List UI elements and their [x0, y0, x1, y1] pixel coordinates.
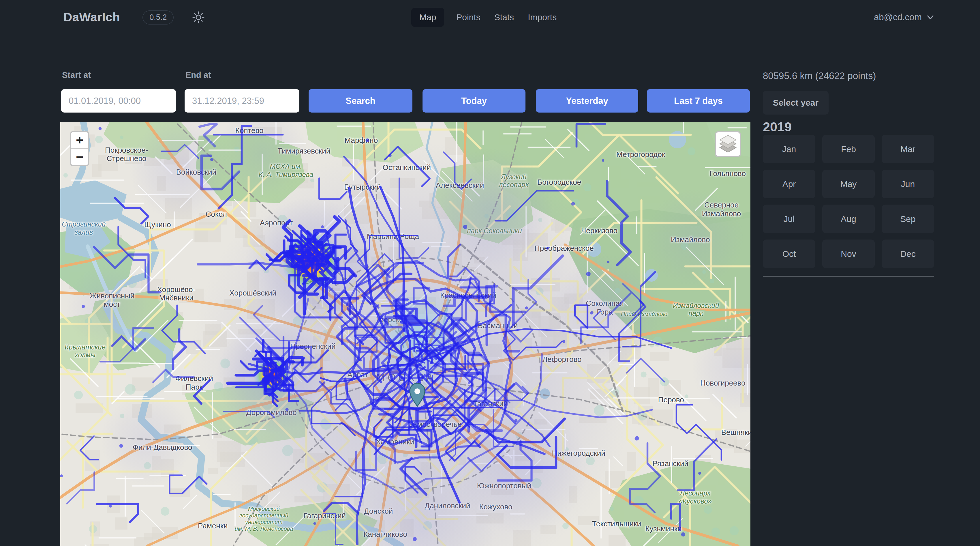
zoom-out-button[interactable]: −: [71, 149, 88, 165]
year-heading: 2019: [763, 120, 792, 134]
account-menu[interactable]: ab@cd.com: [874, 0, 934, 35]
start-at-input[interactable]: [61, 89, 176, 113]
month-button-sep[interactable]: Sep: [881, 204, 934, 233]
tab-stats[interactable]: Stats: [493, 8, 515, 27]
theme-toggle-button[interactable]: [191, 10, 205, 24]
tab-points[interactable]: Points: [455, 8, 482, 27]
last-7-days-button[interactable]: Last 7 days: [647, 89, 750, 113]
tab-imports[interactable]: Imports: [526, 8, 558, 27]
chevron-down-icon: [926, 13, 934, 21]
month-button-jun[interactable]: Jun: [881, 170, 934, 198]
layers-control-button[interactable]: [715, 131, 741, 157]
month-button-mar[interactable]: Mar: [881, 135, 934, 163]
month-button-may[interactable]: May: [822, 170, 875, 198]
map-tracks-heat-layer: [60, 122, 751, 546]
today-button[interactable]: Today: [423, 89, 525, 113]
select-year-button[interactable]: Select year: [763, 91, 829, 115]
navbar: DaWarIch 0.5.2 Map Points Stats Imports …: [0, 0, 980, 35]
start-at-label: Start at: [62, 70, 91, 80]
month-button-dec[interactable]: Dec: [881, 239, 934, 268]
yesterday-button[interactable]: Yesterday: [536, 89, 638, 113]
map-zoom-control: + −: [70, 131, 89, 166]
layers-icon: [716, 132, 740, 156]
month-button-aug[interactable]: Aug: [822, 204, 875, 233]
month-button-apr[interactable]: Apr: [763, 170, 815, 198]
month-grid: Jan Feb Mar Apr May Jun Jul Aug Sep Oct …: [763, 135, 934, 268]
account-email: ab@cd.com: [874, 12, 922, 22]
sun-icon: [192, 11, 205, 24]
month-button-jan[interactable]: Jan: [763, 135, 815, 163]
end-at-label: End at: [185, 70, 211, 80]
search-button[interactable]: Search: [309, 89, 412, 113]
distance-points-stats: 80595.6 km (24622 points): [763, 70, 876, 81]
month-button-feb[interactable]: Feb: [822, 135, 875, 163]
zoom-in-button[interactable]: +: [71, 132, 88, 149]
sidebar-divider: [763, 276, 934, 276]
month-button-nov[interactable]: Nov: [822, 239, 875, 268]
tab-map[interactable]: Map: [411, 8, 444, 27]
map-canvas[interactable]: МОСКВАПокровское- СтрешневоКоптевоМарфин…: [60, 122, 751, 546]
version-badge: 0.5.2: [142, 10, 173, 24]
nav-tabs: Map Points Stats Imports: [411, 8, 558, 27]
month-button-oct[interactable]: Oct: [763, 239, 815, 268]
app-logo[interactable]: DaWarIch: [64, 10, 120, 24]
month-button-jul[interactable]: Jul: [763, 204, 815, 233]
end-at-input[interactable]: [185, 89, 299, 113]
